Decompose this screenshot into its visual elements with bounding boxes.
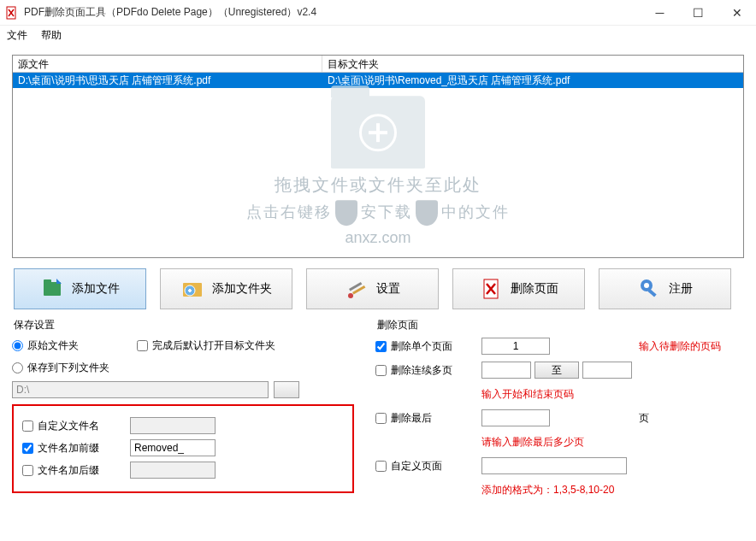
custom-pages-input[interactable]	[481, 457, 627, 474]
svg-rect-13	[647, 289, 656, 297]
app-icon	[5, 6, 19, 20]
add-folder-label: 添加文件夹	[212, 281, 272, 297]
delete-page-group: 删除页面 删除单个页面 输入待删除的页码 删除连续多页 至 输入开始和结束页码	[375, 318, 744, 503]
multi-hint: 输入开始和结束页码	[481, 387, 635, 402]
file-table: 源文件 目标文件夹 D:\桌面\说明书\思迅天店 店铺管理系统.pdf D:\桌…	[12, 55, 744, 258]
save-title: 保存设置	[12, 318, 370, 332]
close-button[interactable]: ✕	[718, 0, 756, 26]
prefix-input[interactable]	[130, 439, 216, 456]
suffix-input[interactable]	[130, 462, 216, 479]
col-source[interactable]: 源文件	[13, 56, 322, 72]
svg-point-9	[348, 293, 353, 298]
col-target[interactable]: 目标文件夹	[322, 56, 743, 72]
del-title: 删除页面	[375, 318, 744, 332]
menubar: 文件 帮助	[0, 26, 756, 44]
custom-hint: 添加的格式为：1,3,5-8,10-20	[481, 483, 635, 497]
add-file-button[interactable]: 添加文件	[14, 268, 146, 309]
menu-file[interactable]: 文件	[7, 28, 27, 43]
checkbox-del-multi[interactable]: 删除连续多页	[375, 363, 478, 378]
watermark-line1: 拖拽文件或文件夹至此处	[246, 173, 510, 197]
custom-name-input[interactable]	[130, 417, 216, 434]
checkbox-custom-name[interactable]: 自定义文件名	[22, 419, 125, 433]
checkbox-suffix[interactable]: 文件名加后缀	[22, 463, 125, 478]
table-row[interactable]: D:\桌面\说明书\思迅天店 店铺管理系统.pdf D:\桌面\说明书\Remo…	[13, 73, 743, 88]
cell-source: D:\桌面\说明书\思迅天店 店铺管理系统.pdf	[13, 73, 322, 88]
radio-original-folder[interactable]: 原始文件夹	[12, 338, 132, 353]
delete-page-button[interactable]: 删除页面	[452, 268, 585, 309]
settings-icon	[346, 277, 369, 301]
settings-label: 设置	[376, 281, 400, 297]
menu-help[interactable]: 帮助	[41, 28, 62, 43]
svg-rect-6	[189, 289, 191, 292]
register-icon	[638, 277, 662, 301]
add-folder-icon	[181, 277, 205, 301]
titlebar: PDF删除页面工具（PDFdo Delete Page）（Unregistere…	[0, 0, 756, 26]
last-hint: 请输入删除最后多少页	[481, 435, 635, 450]
settings-button[interactable]: 设置	[306, 268, 439, 309]
save-settings-group: 保存设置 原始文件夹 完成后默认打开目标文件夹 保存到下列文件夹 自定义文件名 …	[12, 318, 370, 503]
table-header: 源文件 目标文件夹	[13, 56, 743, 73]
register-button[interactable]: 注册	[599, 268, 731, 309]
svg-rect-2	[44, 279, 51, 284]
folder-plus-icon	[331, 96, 425, 168]
multi-end-input[interactable]	[582, 362, 632, 379]
add-folder-button[interactable]: 添加文件夹	[160, 268, 292, 309]
radio-save-to-folder[interactable]: 保存到下列文件夹	[12, 361, 109, 375]
save-path-input[interactable]	[12, 381, 269, 398]
cell-target: D:\桌面\说明书\Removed_思迅天店 店铺管理系统.pdf	[322, 73, 743, 88]
single-hint: 输入待删除的页码	[639, 339, 744, 354]
delete-page-label: 删除页面	[511, 281, 558, 297]
checkbox-del-custom[interactable]: 自定义页面	[375, 459, 478, 473]
checkbox-del-single[interactable]: 删除单个页面	[375, 339, 478, 354]
watermark-line2: 点击右键移安下载中的文件	[246, 200, 510, 226]
add-file-icon	[41, 277, 65, 301]
to-label: 至	[535, 362, 579, 379]
add-file-label: 添加文件	[72, 281, 120, 297]
single-page-input[interactable]	[481, 338, 550, 355]
maximize-button[interactable]: ☐	[679, 0, 718, 26]
titlebar-text: PDF删除页面工具（PDFdo Delete Page）（Unregistere…	[24, 5, 641, 20]
checkbox-open-after[interactable]: 完成后默认打开目标文件夹	[137, 338, 275, 353]
minimize-button[interactable]: ─	[641, 0, 679, 26]
svg-point-12	[644, 283, 649, 288]
watermark-brand: anxz.com	[246, 229, 510, 247]
svg-rect-1	[44, 282, 61, 296]
checkbox-prefix[interactable]: 文件名加前缀	[22, 441, 125, 456]
toolbar: 添加文件 添加文件夹 设置 删除页面 注册	[12, 268, 744, 309]
last-pages-input[interactable]	[481, 409, 550, 426]
multi-start-input[interactable]	[481, 362, 531, 379]
pdf-delete-icon	[480, 277, 504, 301]
filename-options-box: 自定义文件名 文件名加前缀 文件名加后缀	[12, 404, 354, 493]
browse-button[interactable]	[274, 381, 299, 398]
last-unit: 页	[639, 411, 744, 426]
watermark: 拖拽文件或文件夹至此处 点击右键移安下载中的文件 anxz.com	[246, 96, 510, 247]
register-label: 注册	[669, 281, 693, 297]
checkbox-del-last[interactable]: 删除最后	[375, 411, 478, 426]
